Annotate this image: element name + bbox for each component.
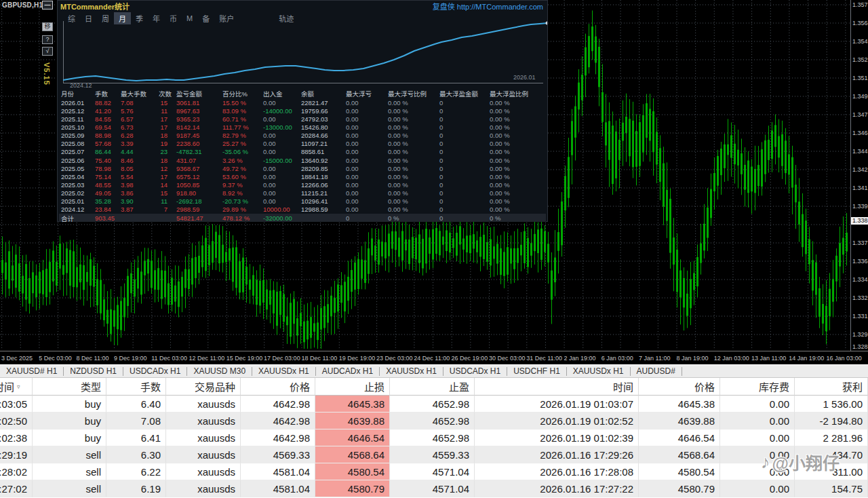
stats-cell-max_dd_pct: 0.00 % [386, 197, 437, 205]
stats-header-cell: 最大浮盈比例 [488, 89, 530, 98]
trade-row[interactable]: :02:38buy6.41xauusds4642.984646.544652.9… [0, 429, 868, 446]
chart-tab[interactable]: USDCADx H1 [443, 367, 507, 376]
trade-cell-symbol: xauusds [166, 413, 241, 429]
panel-menu-item-综[interactable]: 综 [63, 12, 80, 24]
chart-tab[interactable]: XAUUSD# H1 [0, 367, 64, 376]
trade-cell-close_time: 2026.01.19 01:02:52 [475, 413, 639, 429]
panel-menu-item-年[interactable]: 年 [148, 12, 165, 24]
stats-cell-max_lots: 6.28 [119, 132, 157, 139]
trade-header-type[interactable]: 类型 [33, 378, 106, 396]
chart-tab[interactable]: XAUUSDx H1 [567, 367, 631, 376]
panel-menu-item-周[interactable]: 周 [97, 12, 114, 24]
stats-cell-profit: 3061.81 [174, 99, 220, 107]
stats-row: 2025.0348.553.98141050.859.37 %0.0012266… [59, 180, 546, 189]
trade-row[interactable]: :29:19sell6.30xauusds4569.334568.644559.… [0, 446, 868, 463]
stats-row: 2025.0475.145.54176575.1253.60 %0.001884… [59, 172, 546, 180]
chart-tab[interactable]: AUDUSD# [631, 367, 682, 376]
trade-header-close_price[interactable]: 价格 [639, 378, 720, 396]
panel-check-button[interactable]: √ [42, 47, 53, 56]
trade-cell-lots: 6.30 [106, 446, 166, 463]
chart-tab[interactable]: USDCADx H1 [123, 367, 187, 376]
chart-tab[interactable]: XAUUSDx H1 [380, 367, 443, 376]
stats-cell-percent: 53.60 % [220, 173, 261, 180]
panel-help-button[interactable]: ? [42, 35, 53, 44]
panel-menu-item-备[interactable]: 备 [197, 12, 214, 24]
trade-header-open_time[interactable]: 时间▿ [0, 378, 33, 396]
stats-cell-max_dd: 0.00 [344, 165, 386, 172]
mtcommander-panel[interactable]: MTCommander统计 复盘侠 http://MTCommander.com… [57, 0, 548, 222]
stats-cell-max_fp_pct: 0.00 % [488, 132, 530, 139]
trade-cell-close_price: 4580.79 [639, 480, 720, 497]
trade-cell-lots: 6.22 [106, 463, 166, 480]
stats-cell-max_lots: 5.54 [119, 173, 157, 180]
trade-row[interactable]: :28:02sell6.22xauusds4581.044580.544571.… [0, 463, 868, 480]
trade-header-swap[interactable]: 库存费 [720, 378, 795, 396]
trade-row[interactable]: :02:50buy7.08xauusds4642.984639.884652.9… [0, 413, 868, 429]
panel-menu-item-日[interactable]: 日 [80, 12, 97, 24]
time-tick-label: 12 Dec 11:00 [189, 355, 225, 362]
stats-row: 2025.0249.053.8615918.808.92 %0.0011215.… [59, 189, 546, 197]
stats-cell-percent: -35.06 % [220, 148, 261, 155]
price-tick-label: 1.329 [852, 331, 868, 338]
stats-cell-profit: 918.80 [174, 189, 220, 197]
trade-header-sl[interactable]: 止损 [315, 378, 390, 396]
stats-header-cell: 最大手数 [119, 89, 157, 98]
stats-cell-count: 23 [157, 148, 174, 155]
panel-brand-link[interactable]: 复盘侠 http://MTCommander.com [433, 1, 543, 12]
chart-tab[interactable]: XAUUSD M30 [187, 367, 252, 376]
stats-cell-lots: 69.54 [93, 123, 119, 131]
trade-cell-price: 4642.98 [241, 396, 315, 413]
chart-tab[interactable]: USDCHF H1 [507, 367, 567, 376]
stats-cell-percent: 29.89 % [220, 206, 261, 213]
panel-menu-item-M[interactable]: M [182, 14, 197, 23]
trade-cell-lots: 6.40 [106, 396, 166, 413]
trade-cell-tp: 4652.98 [390, 396, 475, 413]
panel-menu-item-币[interactable]: 币 [165, 12, 182, 24]
panel-move-button[interactable]: 移 [42, 22, 53, 31]
brand-url: http://MTCommander.com [457, 3, 543, 11]
trade-header-tp[interactable]: 止盈 [390, 378, 475, 396]
trade-row[interactable]: :03:05buy6.40xauusds4642.984645.384652.9… [0, 396, 868, 413]
trade-cell-close_price: 4568.64 [639, 446, 720, 463]
chart-tab[interactable]: NZDUSD H1 [64, 367, 123, 376]
panel-menu-item-月[interactable]: 月 [114, 12, 131, 24]
time-tick-label: 12 Jan 03:00 [714, 355, 749, 362]
panel-menu-item-账户[interactable]: 账户 [214, 12, 239, 24]
stats-cell-percent: -20.73 % [220, 197, 261, 205]
chart-tab[interactable]: AUDCADx H1 [316, 367, 380, 376]
chart-tab[interactable]: XAUUSDx H1 [252, 367, 316, 376]
price-tick-label: 1.336 [852, 258, 868, 265]
trade-header-symbol[interactable]: 交易品种 [166, 378, 241, 396]
stats-cell-deposit: 0.00 [261, 189, 299, 197]
current-price-box: 1.338 [851, 217, 868, 225]
trade-cell-price: 4581.04 [241, 463, 315, 480]
price-tick-label: 1.352 [852, 56, 868, 63]
stats-cell-lots: 903.45 [93, 214, 119, 222]
trade-row[interactable]: :27:02sell6.19xauusds4581.044580.794571.… [0, 480, 868, 497]
panel-menu-item-季[interactable]: 季 [131, 12, 148, 24]
time-tick-label: 13 Jan 11:00 [751, 355, 786, 362]
time-axis[interactable]: 3 Dec 20255 Dec 03:008 Dec 11:009 Dec 19… [0, 351, 868, 365]
trade-header-close_time[interactable]: 时间 [475, 378, 639, 396]
stats-row: 2024.1223.843.8772988.5929.89 %10000.001… [59, 206, 546, 214]
trade-cell-open_time: :29:19 [0, 446, 33, 463]
stats-cell-profit: 8142.14 [174, 123, 220, 131]
stats-cell-max_fp: 0 [437, 148, 488, 155]
trade-header-price[interactable]: 价格 [241, 378, 315, 396]
stats-cell-max_fp_pct: 0.00 % [488, 107, 530, 115]
price-tick-label: 1.357 [852, 1, 868, 8]
trade-header-profit[interactable]: 获利 [795, 378, 868, 396]
stats-cell-deposit: 0.00 [261, 140, 299, 147]
trade-cell-profit: 154.75 [795, 480, 868, 497]
panel-minimize-button[interactable]: — [42, 1, 53, 9]
stats-cell-deposit: 10000.00 [261, 206, 299, 213]
panel-menu-item-轨迹[interactable]: 轨迹 [274, 12, 298, 24]
stats-cell-balance: 24792.03 [299, 115, 344, 123]
price-tick-label: 1.332 [852, 294, 868, 301]
stats-header-cell: 次数 [157, 89, 174, 98]
price-tick-label: 1.341 [852, 185, 868, 191]
stats-cell-profit: 6575.12 [174, 173, 220, 180]
trade-header-lots[interactable]: 手数 [106, 378, 166, 396]
stats-cell-max_dd: 0.00 [344, 206, 386, 213]
time-tick-label: 6 Jan 03:00 [601, 355, 633, 362]
